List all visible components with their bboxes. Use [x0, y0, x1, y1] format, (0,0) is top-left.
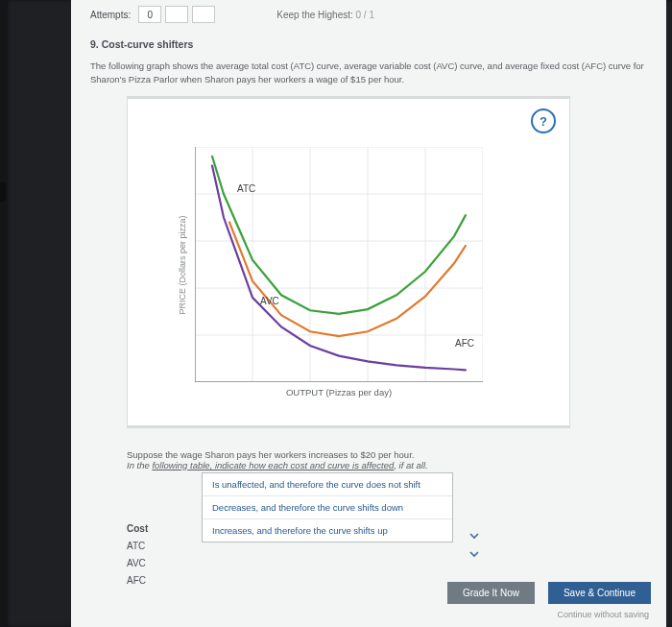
series-label-avc: AVC — [260, 296, 279, 306]
device-bezel: Attempts: 0 Keep the Highest: 0 / 1 9. C… — [0, 0, 672, 627]
dropdown-option-decreases[interactable]: Decreases, and therefore the curve shift… — [203, 496, 452, 519]
attempt-box-1[interactable]: 0 — [138, 6, 161, 23]
dropdown-option-unaffected[interactable]: Is unaffected, and therefore the curve d… — [203, 473, 452, 496]
chart-xlabel: OUTPUT (Pizzas per day) — [195, 387, 483, 398]
action-buttons: Grade It Now Save & Continue — [447, 582, 651, 604]
dropdown-open[interactable]: Is unaffected, and therefore the curve d… — [202, 472, 453, 543]
table-row-afc: AFC — [127, 571, 148, 589]
series-label-afc: AFC — [455, 338, 474, 349]
question-heading: 9. Cost-curve shifters — [90, 38, 193, 50]
table-header-cost: Cost — [127, 519, 148, 537]
help-icon[interactable]: ? — [531, 109, 556, 133]
chart-plot: ATC AVC AFC — [195, 147, 483, 382]
chart-svg: ATC AVC AFC — [195, 147, 483, 382]
screen: Attempts: 0 Keep the Highest: 0 / 1 9. C… — [6, 0, 672, 627]
series-avc — [229, 222, 466, 336]
followup-line1: Suppose the wage Sharon pays her workers… — [127, 449, 647, 460]
series-label-atc: ATC — [237, 183, 255, 194]
dropdown-option-increases[interactable]: Increases, and therefore the curve shift… — [203, 519, 452, 542]
dropdown-caret-row2[interactable] — [465, 526, 484, 545]
chart-ylabel: PRICE (Dollars per pizza) — [176, 147, 189, 382]
table-row-labels: Cost ATC AVC AFC — [127, 519, 148, 589]
chevron-down-icon — [469, 549, 479, 559]
keep-highest-label: Keep the Highest: — [276, 10, 353, 20]
grade-it-now-button[interactable]: Grade It Now — [447, 582, 535, 604]
question-intro: The following graph shows the average to… — [90, 60, 647, 87]
attempt-box-3[interactable] — [192, 6, 215, 23]
chart-card: ? PRICE (Dollars per pizza) — [127, 96, 570, 428]
save-continue-button[interactable]: Save & Continue — [548, 582, 651, 604]
attempt-box-2[interactable] — [165, 6, 188, 23]
followup-line2: In the following table, indicate how eac… — [127, 460, 647, 470]
followup-text: Suppose the wage Sharon pays her workers… — [127, 449, 647, 470]
continue-without-saving-link[interactable]: Continue without saving — [557, 610, 649, 619]
attempts-label: Attempts: — [90, 10, 131, 20]
keep-highest-value: 0 / 1 — [356, 10, 374, 20]
attempts-bar: Attempts: 0 Keep the Highest: 0 / 1 — [90, 6, 647, 23]
chart-ylabel-text: PRICE (Dollars per pizza) — [178, 215, 187, 314]
table-row-avc: AVC — [127, 554, 148, 571]
keep-highest: Keep the Highest: 0 / 1 — [276, 10, 374, 20]
table-row-atc: ATC — [127, 537, 148, 554]
chevron-down-icon — [469, 531, 479, 541]
dropdown-caret-row3[interactable] — [465, 544, 484, 564]
page: Attempts: 0 Keep the Highest: 0 / 1 9. C… — [71, 0, 666, 627]
